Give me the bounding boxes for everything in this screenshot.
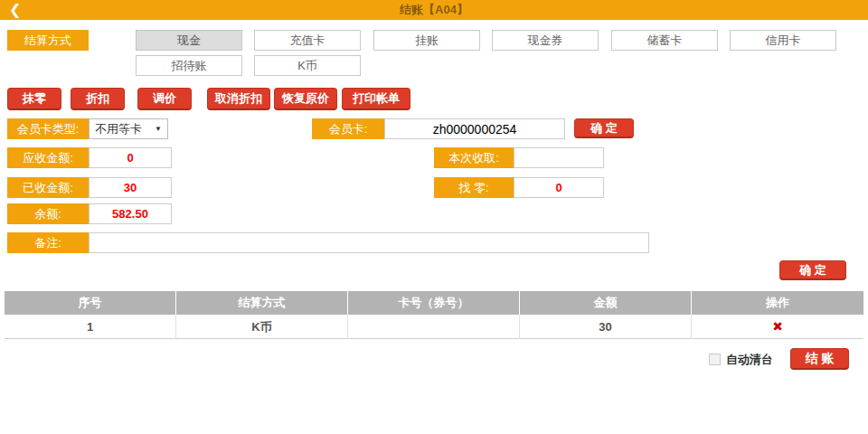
change-label: 找 零:	[434, 177, 514, 198]
member-card-type-select[interactable]: 不用等卡 ▼	[89, 118, 168, 139]
cancel-discount-button[interactable]: 取消折扣	[207, 88, 270, 110]
discount-button[interactable]: 折扣	[71, 88, 125, 110]
print-bill-button[interactable]: 打印帐单	[342, 88, 410, 110]
round-off-button[interactable]: 抹零	[7, 88, 61, 110]
col-header-index: 序号	[5, 291, 176, 315]
balance-value: 582.50	[89, 203, 172, 224]
delete-row-icon[interactable]: ✖	[772, 319, 783, 334]
confirm-button[interactable]: 确 定	[779, 260, 846, 280]
remark-input[interactable]	[89, 232, 649, 253]
settlement-method-label: 结算方式	[7, 30, 89, 51]
cell-card-no	[348, 315, 520, 339]
cell-operation: ✖	[692, 315, 863, 339]
received-value: 30	[89, 177, 172, 198]
checkout-button[interactable]: 结 账	[790, 348, 849, 370]
payment-method-cash-voucher[interactable]: 现金券	[492, 30, 599, 51]
settlement-table: 序号 结算方式 卡号（券号） 金额 操作 1 K币 30 ✖	[5, 291, 863, 339]
auto-clear-label: 自动清台	[726, 352, 773, 368]
balance-label: 余额:	[7, 203, 89, 224]
receivable-label: 应收金额:	[7, 147, 89, 168]
received-label: 已收金额:	[7, 177, 89, 198]
col-header-operation: 操作	[692, 291, 863, 315]
cell-index: 1	[5, 315, 176, 339]
change-value: 0	[514, 177, 604, 198]
table-row: 1 K币 30 ✖	[5, 315, 863, 339]
payment-method-credit-account[interactable]: 挂账	[373, 30, 480, 51]
col-header-amount: 金额	[520, 291, 692, 315]
member-card-label: 会员卡:	[312, 118, 384, 139]
cell-amount: 30	[520, 315, 692, 339]
chevron-down-icon: ▼	[155, 119, 162, 138]
auto-clear-checkbox[interactable]	[709, 354, 721, 365]
checkout-screen: ❮ 结账【A04】 结算方式 现金 充值卡 挂账 现金券 储蓄卡 信用卡 招待账…	[0, 0, 868, 434]
receivable-value: 0	[89, 147, 172, 168]
payment-method-credit-card[interactable]: 信用卡	[730, 30, 836, 51]
adjust-price-button[interactable]: 调价	[137, 88, 192, 110]
payment-method-cash[interactable]: 现金	[136, 30, 242, 51]
table-header-row: 序号 结算方式 卡号（券号） 金额 操作	[5, 291, 863, 315]
member-card-confirm-button[interactable]: 确 定	[574, 118, 634, 138]
cell-method: K币	[176, 315, 348, 339]
restore-price-button[interactable]: 恢复原价	[274, 88, 337, 110]
remark-label: 备注:	[7, 232, 89, 253]
payment-method-recharge-card[interactable]: 充值卡	[254, 30, 361, 51]
payment-method-kcoin[interactable]: K币	[254, 55, 361, 76]
payment-method-hospitality[interactable]: 招待账	[136, 55, 242, 76]
payment-method-debit-card[interactable]: 储蓄卡	[611, 30, 718, 51]
col-header-card-no: 卡号（券号）	[348, 291, 520, 315]
member-card-type-value: 不用等卡	[95, 122, 142, 136]
collect-label: 本次收取:	[434, 147, 514, 168]
member-card-input[interactable]	[384, 118, 565, 139]
member-card-type-label: 会员卡类型:	[7, 118, 89, 139]
page-title: 结账【A04】	[0, 0, 868, 20]
col-header-method: 结算方式	[176, 291, 348, 315]
collect-input[interactable]	[514, 147, 604, 168]
